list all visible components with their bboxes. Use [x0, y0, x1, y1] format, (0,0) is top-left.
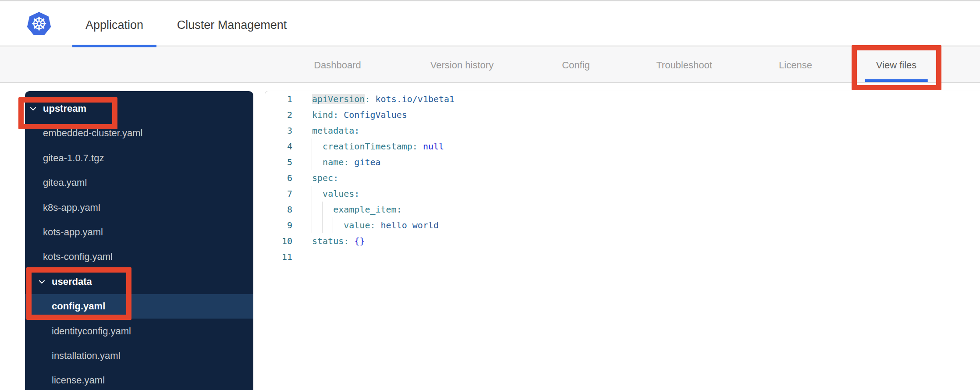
tree-item-label: license.yaml	[52, 375, 105, 386]
tab-version-history[interactable]: Version history	[430, 60, 494, 71]
chevron-down-icon	[39, 280, 45, 284]
tree-item-label: k8s-app.yaml	[43, 202, 100, 213]
code-token	[312, 141, 323, 152]
tree-item-label: upstream	[43, 103, 86, 114]
line-number: 11	[265, 249, 292, 265]
tab-dashboard[interactable]: Dashboard	[314, 60, 361, 71]
code-line: 2kind: ConfigValues	[265, 107, 980, 123]
code-token	[312, 220, 344, 230]
code-token: :	[333, 173, 338, 183]
code-text: metadata:	[312, 123, 359, 138]
app-section-tab-bar: DashboardVersion historyConfigTroublesho…	[0, 47, 980, 83]
code-text: value: hello world	[312, 217, 439, 233]
code-token: null	[418, 141, 444, 152]
code-token: kots.io/v1beta1	[370, 94, 454, 104]
code-line: 3metadata:	[265, 123, 980, 138]
code-token	[312, 157, 323, 167]
folder-item-upstream[interactable]: upstream	[25, 96, 253, 121]
code-text: values:	[312, 186, 359, 202]
tab-license[interactable]: License	[779, 60, 812, 71]
chevron-down-icon	[30, 107, 36, 111]
code-text: example_item:	[312, 202, 402, 217]
code-line: 9 value: hello world	[265, 217, 980, 233]
line-number: 9	[265, 217, 292, 233]
file-viewer-panel[interactable]: 1apiVersion: kots.io/v1beta12kind: Confi…	[265, 91, 980, 390]
tree-item-label: config.yaml	[52, 301, 105, 312]
code-token: :	[354, 188, 359, 199]
code-token: value	[344, 220, 370, 230]
tree-item-label: gitea-1.0.7.tgz	[43, 152, 104, 164]
line-number: 4	[265, 138, 292, 154]
header-tab-cluster-management[interactable]: Cluster Management	[177, 18, 287, 32]
code-token: :	[365, 94, 370, 104]
kubernetes-logo-icon: ☸	[26, 11, 52, 37]
tree-item-label: embedded-cluster.yaml	[43, 128, 142, 139]
code-token	[312, 204, 333, 215]
header-tab-application[interactable]: Application	[85, 18, 143, 32]
code-token: apiVersion	[312, 94, 365, 104]
code-token: :	[344, 157, 349, 167]
file-item-kots-app-yaml[interactable]: kots-app.yaml	[25, 220, 253, 245]
code-token: :	[397, 204, 402, 215]
tree-item-label: identityconfig.yaml	[52, 326, 131, 337]
file-item-installation-yaml[interactable]: installation.yaml	[25, 344, 253, 368]
file-item-license-yaml[interactable]: license.yaml	[25, 368, 253, 390]
file-item-k8s-app-yaml[interactable]: k8s-app.yaml	[25, 195, 253, 220]
code-line: 4 creationTimestamp: null	[265, 138, 980, 154]
code-text: creationTimestamp: null	[312, 138, 444, 154]
code-token: :	[344, 236, 349, 246]
file-item-config-yaml[interactable]: config.yaml	[25, 294, 253, 319]
line-number: 8	[265, 202, 292, 217]
tree-item-label: gitea.yaml	[43, 177, 87, 188]
code-token: :	[354, 125, 359, 136]
code-line: 6spec:	[265, 170, 980, 186]
line-number: 6	[265, 170, 292, 186]
file-item-identityconfig-yaml[interactable]: identityconfig.yaml	[25, 319, 253, 344]
code-text: kind: ConfigValues	[312, 107, 407, 123]
file-item-kots-config-yaml[interactable]: kots-config.yaml	[25, 245, 253, 269]
code-token: name	[323, 157, 344, 167]
code-token: status	[312, 236, 344, 246]
app-header: ☸ ApplicationCluster Management	[0, 1, 980, 46]
code-text: status: {}	[312, 233, 365, 249]
code-token: spec	[312, 173, 333, 183]
code-line: 10status: {}	[265, 233, 980, 249]
code-line: 5 name: gitea	[265, 154, 980, 170]
code-line: 1apiVersion: kots.io/v1beta1	[265, 91, 980, 107]
tab-troubleshoot[interactable]: Troubleshoot	[656, 60, 712, 71]
line-number: 5	[265, 154, 292, 170]
code-token: :	[412, 141, 418, 152]
code-token: metadata	[312, 125, 354, 136]
file-item-gitea-1-0-7-tgz[interactable]: gitea-1.0.7.tgz	[25, 146, 253, 170]
folder-item-userdata[interactable]: userdata	[25, 269, 253, 294]
tree-item-label: kots-config.yaml	[43, 251, 113, 262]
code-token: hello world	[376, 220, 439, 230]
code-text: name: gitea	[312, 154, 381, 170]
code-line: 11	[265, 249, 980, 265]
code-token: {}	[349, 236, 365, 246]
kots-admin-console: ☸ ApplicationCluster Management Dashboar…	[0, 0, 980, 390]
file-tree-sidebar: upstreamembedded-cluster.yamlgitea-1.0.7…	[25, 91, 253, 390]
tab-view-files[interactable]: View files	[876, 60, 917, 71]
code-line: 8 example_item:	[265, 202, 980, 217]
tree-item-label: installation.yaml	[52, 350, 121, 362]
code-token: ConfigValues	[338, 110, 407, 120]
code-token: example_item	[333, 204, 397, 215]
line-number: 1	[265, 91, 292, 107]
file-item-gitea-yaml[interactable]: gitea.yaml	[25, 170, 253, 195]
tree-item-label: userdata	[52, 276, 92, 287]
code-token: creationTimestamp	[323, 141, 412, 152]
tab-config[interactable]: Config	[562, 60, 590, 71]
code-token: :	[370, 220, 375, 230]
code-text: spec:	[312, 170, 338, 186]
code-token	[312, 188, 323, 199]
code-token: kind	[312, 110, 333, 120]
line-number: 10	[265, 233, 292, 249]
line-number: 2	[265, 107, 292, 123]
line-number: 3	[265, 123, 292, 138]
code-token: values	[323, 188, 354, 199]
line-number: 7	[265, 186, 292, 202]
code-token: gitea	[349, 157, 380, 167]
tree-item-label: kots-app.yaml	[43, 227, 103, 238]
file-item-embedded-cluster-yaml[interactable]: embedded-cluster.yaml	[25, 121, 253, 145]
